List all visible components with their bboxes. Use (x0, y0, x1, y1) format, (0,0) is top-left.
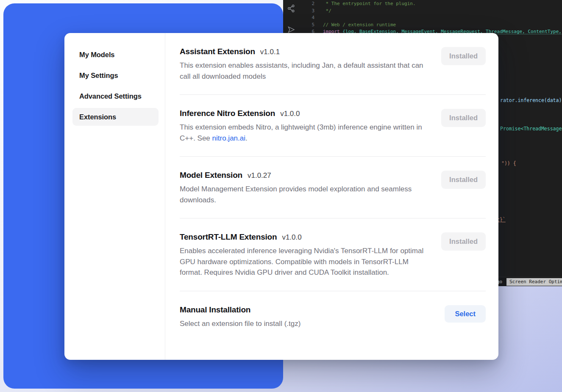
sidebar-item-advanced-settings[interactable]: Advanced Settings (72, 87, 159, 105)
screen-reader-chip[interactable]: Screen Reader Optimized (506, 278, 562, 286)
line-number: 3 (283, 8, 314, 15)
select-button[interactable]: Select (445, 305, 486, 323)
line-number: 2 (283, 0, 314, 8)
manual-installation-row: Manual Installation Select an extension … (180, 291, 486, 342)
nitro-link[interactable]: nitro.jan.ai (212, 134, 245, 142)
line-number: 4 (283, 14, 314, 22)
code-line: 5 // Web / extension runtime (283, 22, 562, 29)
manual-installation-description: Select an extension file to install (.tg… (180, 318, 300, 329)
line-number: 5 (283, 22, 314, 29)
sidebar-item-my-models[interactable]: My Models (72, 46, 159, 63)
description-text: . (245, 134, 248, 142)
code-line: 3 */ (283, 8, 562, 15)
code-text (314, 14, 323, 22)
sidebar-item-my-settings[interactable]: My Settings (72, 66, 159, 84)
installed-button[interactable]: Installed (441, 171, 486, 189)
settings-modal: My Models My Settings Advanced Settings … (64, 33, 498, 360)
installed-button[interactable]: Installed (441, 47, 486, 65)
extension-version: v1.0.1 (260, 48, 280, 56)
code-text: // Web / extension runtime (314, 22, 396, 29)
code-line: 4 (283, 14, 562, 22)
extension-description: This extension enables assistants, inclu… (180, 60, 426, 82)
code-line: 2 * The entrypoint for the plugin. (283, 0, 562, 8)
extension-row-assistant: Assistant Extension v1.0.1 This extensio… (180, 33, 486, 95)
code-fragment: rator.inference(data)); (500, 97, 562, 103)
code-area: 2 * The entrypoint for the plugin. 3 */ … (283, 0, 562, 36)
sidebar-item-extensions[interactable]: Extensions (72, 108, 159, 126)
extension-title: Assistant Extension (180, 47, 255, 56)
extension-version: v1.0.0 (282, 233, 301, 242)
code-fragment: ")) { (501, 160, 516, 166)
code-text: */ (314, 8, 331, 15)
manual-installation-title: Manual Installation (180, 305, 250, 315)
extension-title: TensortRT-LLM Extension (180, 232, 277, 242)
installed-button[interactable]: Installed (441, 109, 486, 127)
extension-version: v1.0.0 (280, 110, 300, 118)
extension-description: Enables accelerated inference leveraging… (180, 246, 426, 278)
code-fragment: Promise<ThreadMessage> (500, 126, 562, 132)
settings-sidebar: My Models My Settings Advanced Settings … (64, 33, 165, 360)
extension-row-tensorrt: TensortRT-LLM Extension v1.0.0 Enables a… (180, 218, 486, 291)
installed-button[interactable]: Installed (441, 232, 486, 251)
code-text: * The entrypoint for the plugin. (314, 0, 416, 8)
extension-title: Inference Nitro Extension (180, 109, 275, 118)
extension-version: v1.0.27 (248, 171, 271, 180)
extension-title: Model Extension (180, 171, 242, 180)
extension-row-model: Model Extension v1.0.27 Model Management… (180, 157, 486, 218)
settings-content: Assistant Extension v1.0.1 This extensio… (165, 33, 498, 360)
extension-row-nitro: Inference Nitro Extension v1.0.0 This ex… (180, 95, 486, 157)
extension-description: Model Management Extension provides mode… (180, 184, 426, 205)
extension-description: This extension embeds Nitro, a lightweig… (180, 122, 426, 144)
